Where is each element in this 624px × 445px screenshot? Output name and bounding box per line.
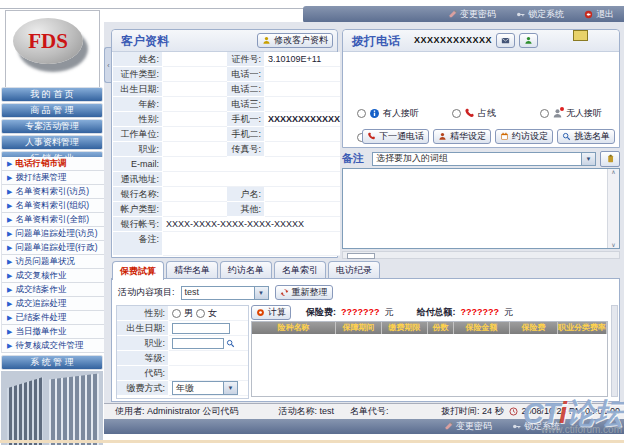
- sidebar-item-issue-track-agent[interactable]: ▶问题单追踪处理(访员): [2, 227, 104, 241]
- logout-label: 退出: [596, 10, 614, 19]
- id-number-value: 3.10109E+11: [265, 52, 340, 67]
- memo-icon[interactable]: [573, 30, 588, 41]
- menu-label: 人事资料管理: [25, 138, 79, 147]
- sub-label: 待复核成交件管理: [15, 341, 83, 350]
- tab-call-records[interactable]: 电访纪录: [328, 261, 380, 278]
- column-header: 险种名称: [252, 322, 336, 334]
- scroll-up-icon[interactable]: ∧: [611, 169, 615, 175]
- tab-label: 名单索引: [282, 266, 318, 275]
- lock-system-link[interactable]: 锁定系统: [516, 10, 564, 19]
- logo-text: FDS: [28, 31, 68, 52]
- pick-list-button[interactable]: 挑选名单: [557, 129, 615, 144]
- transfer-button[interactable]: [519, 33, 538, 48]
- field-label: 手机二:: [227, 127, 265, 142]
- logo-box: FDS: [5, 10, 100, 88]
- sidebar-item-campaigns[interactable]: 专案活动管理: [1, 119, 103, 134]
- arrow-icon: ▶: [7, 160, 12, 167]
- tab-premium-calc[interactable]: 保费試算: [112, 261, 164, 280]
- sub-label: 拨打结果管理: [15, 173, 66, 182]
- arrow-icon: ▶: [7, 314, 12, 321]
- magnifier-icon[interactable]: [226, 339, 235, 348]
- activity-label: 活动内容项目:: [118, 288, 175, 297]
- radio-no-answer[interactable]: [540, 109, 549, 118]
- option-no-answer[interactable]: 无人接听: [540, 108, 602, 119]
- sidebar-item-system[interactable]: 系 统 管 理: [1, 355, 103, 370]
- edit-customer-button[interactable]: 修改客户资料: [257, 33, 333, 48]
- refresh-button[interactable]: 重新整理: [275, 285, 333, 300]
- phrase-select[interactable]: 选择要加入的词组 ▼: [372, 152, 596, 166]
- calc-scrollbar[interactable]: [611, 305, 618, 397]
- birth-date-input[interactable]: [172, 323, 230, 334]
- logout-icon: [584, 10, 593, 19]
- fax-value: [265, 142, 340, 157]
- sub-label: 名单资料索引(访员): [15, 187, 89, 196]
- sidebar-item-agent-issue-status[interactable]: ▶访员问题单状况: [2, 255, 104, 269]
- option-answered[interactable]: 有人接听: [357, 108, 419, 119]
- sidebar-item-deal-close[interactable]: ▶成交结案作业: [2, 283, 104, 297]
- arrow-icon: ▶: [7, 244, 12, 251]
- sidebar-item-issue-track-admin[interactable]: ▶问题单追踪处理(行政): [2, 241, 104, 255]
- tab-label: 约访名单: [228, 266, 264, 275]
- field-label: 工作单位:: [113, 127, 163, 142]
- logout-link[interactable]: 退出: [584, 10, 614, 19]
- sidebar-item-closed-cases[interactable]: ▶已结案件处理: [2, 311, 104, 325]
- sidebar-item-pending-review[interactable]: ▶待复核成交件管理: [2, 339, 104, 353]
- sidebar-item-home[interactable]: 我 的 首 页: [1, 87, 103, 102]
- insert-phrase-button[interactable]: [600, 151, 620, 167]
- sidebar-item-daily-cancel[interactable]: ▶当日撤单作业: [2, 325, 104, 339]
- radio-female[interactable]: [196, 309, 205, 318]
- app-window: 变更密码 锁定系统 退出 FDS 我 的 首 页 商 品 管 理 专案活动管理 …: [0, 0, 624, 445]
- chevron-down-icon: ▼: [254, 287, 268, 299]
- change-password-link-bottom[interactable]: 变更密码: [444, 422, 492, 431]
- sub-label: 问题单追踪处理(访员): [15, 229, 97, 238]
- activity-select-value: test: [182, 288, 254, 297]
- top-bar: 变更密码 锁定系统 退出: [303, 6, 624, 23]
- appointment-setting-button[interactable]: 约访设定: [495, 129, 553, 144]
- field-label: 通讯地址:: [113, 172, 163, 187]
- sidebar-item-deal-review[interactable]: ▶成交复核作业: [2, 269, 104, 283]
- sidebar-item-list-index-agent[interactable]: ▶名单资料索引(访员): [2, 185, 104, 199]
- message-button[interactable]: [496, 33, 515, 48]
- notes-horizontal-scrollbar[interactable]: [342, 251, 620, 259]
- sub-label: 已结案件处理: [15, 313, 66, 322]
- scroll-down-icon[interactable]: ∨: [611, 242, 615, 248]
- change-password-link[interactable]: 变更密码: [448, 10, 496, 19]
- field-label: 手机一:: [227, 112, 265, 127]
- sidebar-item-dial-results[interactable]: ▶拨打结果管理: [2, 171, 104, 185]
- notes-textarea[interactable]: ∧∨: [342, 168, 620, 249]
- sidebar-item-list-index-all[interactable]: ▶名单资料索引(全部): [2, 213, 104, 227]
- sidebar-item-products[interactable]: 商 品 管 理: [1, 103, 103, 118]
- grade-value: [169, 351, 248, 366]
- field-label: 性别:: [113, 112, 163, 127]
- female-label: 女: [208, 309, 217, 318]
- sidebar-sub-menu: ▶电话行销市调 ▶拨打结果管理 ▶名单资料索引(访员) ▶名单资料索引(组织) …: [1, 157, 104, 353]
- essence-setting-label: 精华设定: [450, 132, 486, 141]
- next-call-button[interactable]: 下一通电话: [362, 129, 429, 144]
- notes-vertical-scrollbar[interactable]: ∧∨: [607, 169, 619, 248]
- radio-answered[interactable]: [357, 109, 366, 118]
- pay-method-select[interactable]: 年缴 ▼: [172, 381, 238, 395]
- radio-male[interactable]: [172, 309, 181, 318]
- essence-setting-button[interactable]: 精华设定: [433, 129, 491, 144]
- field-label: 银行帐号:: [113, 217, 163, 232]
- option-busy[interactable]: 占线: [452, 108, 496, 119]
- activity-select[interactable]: test ▼: [181, 286, 269, 300]
- sidebar-item-deal-track[interactable]: ▶成交追踪处理: [2, 297, 104, 311]
- column-header: 保险费: [510, 322, 558, 334]
- sidebar-item-list-index-org[interactable]: ▶名单资料索引(组织): [2, 199, 104, 213]
- tab-appointment-list[interactable]: 约访名单: [220, 261, 272, 278]
- field-label: 代码:: [117, 366, 169, 381]
- sidebar-item-tele-survey[interactable]: ▶电话行销市调: [2, 157, 104, 171]
- tab-essence-list[interactable]: 精华名单: [166, 261, 218, 278]
- scroll-thumb[interactable]: [347, 253, 375, 259]
- radio-busy[interactable]: [452, 109, 461, 118]
- sidebar-item-hr[interactable]: 人事资料管理: [1, 135, 103, 150]
- tab-list-index[interactable]: 名单索引: [274, 261, 326, 278]
- column-header: 职业分类费率: [558, 322, 607, 334]
- arrow-icon: ▶: [7, 342, 12, 349]
- clipboard-icon: [606, 154, 615, 163]
- calculate-button[interactable]: 计算: [251, 305, 291, 320]
- premium-label: 保险费:: [306, 308, 336, 317]
- job-input[interactable]: [172, 338, 224, 349]
- sub-label: 访员问题单状况: [15, 257, 75, 266]
